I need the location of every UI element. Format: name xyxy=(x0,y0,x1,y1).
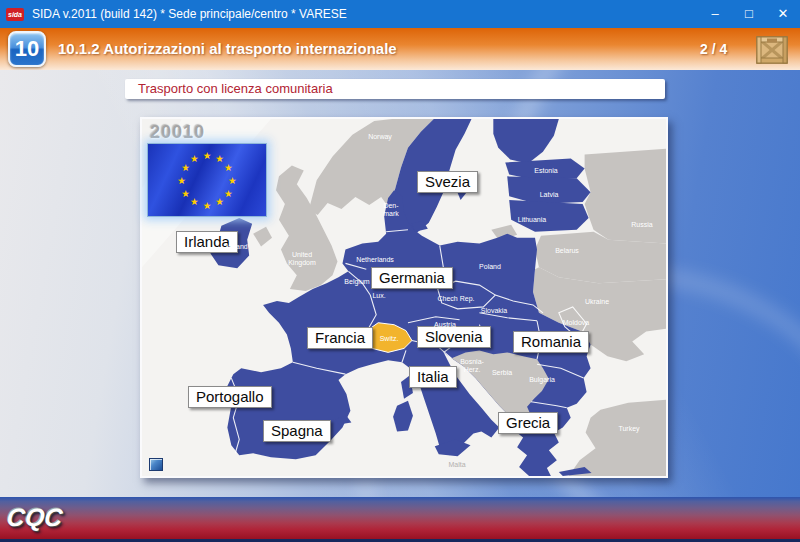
map-label-portogallo: Portogallo xyxy=(188,386,272,408)
svg-text:★: ★ xyxy=(190,196,199,207)
map-label-italia: Italia xyxy=(409,366,457,388)
svg-text:★: ★ xyxy=(181,188,190,199)
crate-icon xyxy=(751,29,793,75)
maximize-button[interactable]: □ xyxy=(732,0,766,28)
map-label-irlanda: Irlanda xyxy=(176,231,238,253)
lesson-title: 10.1.2 Autorizzazioni al trasporto inter… xyxy=(58,40,397,57)
slide-subtitle: Trasporto con licenza comunitaria xyxy=(125,79,665,99)
window-controls: – □ ✕ xyxy=(698,0,800,28)
eu-flag-icon: ★★★ ★★★ ★★★ ★★★ xyxy=(147,143,267,217)
map-label-francia: Francia xyxy=(307,327,373,349)
map-label-grecia: Grecia xyxy=(498,412,558,434)
svg-text:★: ★ xyxy=(224,162,233,173)
page-indicator: 2 / 4 xyxy=(700,41,727,57)
map-label-germania: Germania xyxy=(371,267,453,289)
map-label-svezia: Svezia xyxy=(417,171,478,193)
map-label-spagna: Spagna xyxy=(263,420,331,442)
svg-text:★: ★ xyxy=(203,200,212,211)
svg-text:★: ★ xyxy=(224,188,233,199)
europe-map-panel: 20010 ★★★ ★★★ ★★★ ★★★ Svezia Irlanda Ger… xyxy=(140,117,668,478)
svg-text:★: ★ xyxy=(228,175,237,186)
map-label-slovenia: Slovenia xyxy=(417,326,491,348)
slide-content: Trasporto con licenza comunitaria xyxy=(0,70,800,497)
map-label-romania: Romania xyxy=(513,331,589,353)
svg-text:★: ★ xyxy=(177,175,186,186)
svg-text:★: ★ xyxy=(190,153,199,164)
sida-watermark-icon xyxy=(149,458,163,471)
svg-text:★: ★ xyxy=(215,153,224,164)
title-bar: sida SIDA v.2011 (build 142) * Sede prin… xyxy=(0,0,800,28)
app-icon: sida xyxy=(6,8,24,21)
cqc-logo: CQC xyxy=(5,503,64,532)
minimize-button[interactable]: – xyxy=(698,0,732,28)
app-window: sida SIDA v.2011 (build 142) * Sede prin… xyxy=(0,0,800,542)
window-title: SIDA v.2011 (build 142) * Sede principal… xyxy=(32,7,347,21)
svg-text:★: ★ xyxy=(181,162,190,173)
svg-text:★: ★ xyxy=(203,150,212,161)
bottom-toolbar: CQC xyxy=(0,497,800,542)
lesson-header: 10 10.1.2 Autorizzazioni al trasporto in… xyxy=(0,28,800,70)
chapter-badge: 10 xyxy=(8,31,46,67)
svg-text:★: ★ xyxy=(215,196,224,207)
close-window-button[interactable]: ✕ xyxy=(766,0,800,28)
slide-code: 20010 xyxy=(150,122,205,143)
